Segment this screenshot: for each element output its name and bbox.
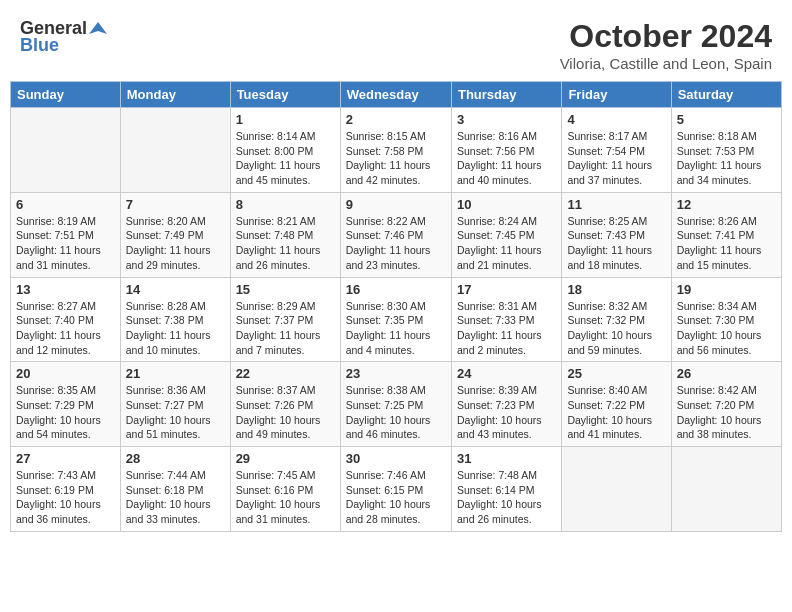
logo-bird-icon xyxy=(89,20,107,38)
day-number: 8 xyxy=(236,197,335,212)
day-info: Sunrise: 8:21 AM Sunset: 7:48 PM Dayligh… xyxy=(236,214,335,273)
day-info: Sunrise: 8:29 AM Sunset: 7:37 PM Dayligh… xyxy=(236,299,335,358)
calendar-cell: 28Sunrise: 7:44 AM Sunset: 6:18 PM Dayli… xyxy=(120,447,230,532)
day-number: 21 xyxy=(126,366,225,381)
day-info: Sunrise: 8:34 AM Sunset: 7:30 PM Dayligh… xyxy=(677,299,776,358)
day-info: Sunrise: 8:31 AM Sunset: 7:33 PM Dayligh… xyxy=(457,299,556,358)
calendar-cell: 8Sunrise: 8:21 AM Sunset: 7:48 PM Daylig… xyxy=(230,192,340,277)
calendar-cell: 20Sunrise: 8:35 AM Sunset: 7:29 PM Dayli… xyxy=(11,362,121,447)
day-number: 30 xyxy=(346,451,446,466)
day-number: 17 xyxy=(457,282,556,297)
day-number: 3 xyxy=(457,112,556,127)
calendar-cell: 13Sunrise: 8:27 AM Sunset: 7:40 PM Dayli… xyxy=(11,277,121,362)
calendar-cell: 27Sunrise: 7:43 AM Sunset: 6:19 PM Dayli… xyxy=(11,447,121,532)
calendar-cell: 15Sunrise: 8:29 AM Sunset: 7:37 PM Dayli… xyxy=(230,277,340,362)
calendar-cell: 17Sunrise: 8:31 AM Sunset: 7:33 PM Dayli… xyxy=(451,277,561,362)
day-number: 13 xyxy=(16,282,115,297)
calendar-cell: 6Sunrise: 8:19 AM Sunset: 7:51 PM Daylig… xyxy=(11,192,121,277)
calendar-cell: 31Sunrise: 7:48 AM Sunset: 6:14 PM Dayli… xyxy=(451,447,561,532)
day-info: Sunrise: 8:32 AM Sunset: 7:32 PM Dayligh… xyxy=(567,299,665,358)
day-number: 19 xyxy=(677,282,776,297)
calendar-cell: 23Sunrise: 8:38 AM Sunset: 7:25 PM Dayli… xyxy=(340,362,451,447)
day-info: Sunrise: 8:22 AM Sunset: 7:46 PM Dayligh… xyxy=(346,214,446,273)
calendar-cell: 16Sunrise: 8:30 AM Sunset: 7:35 PM Dayli… xyxy=(340,277,451,362)
day-info: Sunrise: 7:48 AM Sunset: 6:14 PM Dayligh… xyxy=(457,468,556,527)
day-number: 24 xyxy=(457,366,556,381)
days-header-row: SundayMondayTuesdayWednesdayThursdayFrid… xyxy=(11,82,782,108)
calendar-cell: 26Sunrise: 8:42 AM Sunset: 7:20 PM Dayli… xyxy=(671,362,781,447)
location-title: Viloria, Castille and Leon, Spain xyxy=(560,55,772,72)
day-number: 7 xyxy=(126,197,225,212)
day-info: Sunrise: 8:30 AM Sunset: 7:35 PM Dayligh… xyxy=(346,299,446,358)
day-info: Sunrise: 8:28 AM Sunset: 7:38 PM Dayligh… xyxy=(126,299,225,358)
day-info: Sunrise: 8:38 AM Sunset: 7:25 PM Dayligh… xyxy=(346,383,446,442)
calendar-cell xyxy=(671,447,781,532)
logo: General Blue xyxy=(20,18,107,56)
calendar-cell: 21Sunrise: 8:36 AM Sunset: 7:27 PM Dayli… xyxy=(120,362,230,447)
day-info: Sunrise: 8:37 AM Sunset: 7:26 PM Dayligh… xyxy=(236,383,335,442)
day-number: 18 xyxy=(567,282,665,297)
day-info: Sunrise: 8:40 AM Sunset: 7:22 PM Dayligh… xyxy=(567,383,665,442)
calendar-cell: 9Sunrise: 8:22 AM Sunset: 7:46 PM Daylig… xyxy=(340,192,451,277)
week-row-5: 27Sunrise: 7:43 AM Sunset: 6:19 PM Dayli… xyxy=(11,447,782,532)
title-area: October 2024 Viloria, Castille and Leon,… xyxy=(560,18,772,72)
calendar-cell: 30Sunrise: 7:46 AM Sunset: 6:15 PM Dayli… xyxy=(340,447,451,532)
day-info: Sunrise: 7:46 AM Sunset: 6:15 PM Dayligh… xyxy=(346,468,446,527)
day-info: Sunrise: 8:27 AM Sunset: 7:40 PM Dayligh… xyxy=(16,299,115,358)
day-info: Sunrise: 8:36 AM Sunset: 7:27 PM Dayligh… xyxy=(126,383,225,442)
day-info: Sunrise: 8:42 AM Sunset: 7:20 PM Dayligh… xyxy=(677,383,776,442)
day-number: 5 xyxy=(677,112,776,127)
calendar-cell: 10Sunrise: 8:24 AM Sunset: 7:45 PM Dayli… xyxy=(451,192,561,277)
calendar-cell xyxy=(120,108,230,193)
calendar-cell: 24Sunrise: 8:39 AM Sunset: 7:23 PM Dayli… xyxy=(451,362,561,447)
day-info: Sunrise: 8:18 AM Sunset: 7:53 PM Dayligh… xyxy=(677,129,776,188)
month-title: October 2024 xyxy=(560,18,772,55)
header-day-wednesday: Wednesday xyxy=(340,82,451,108)
calendar-cell: 19Sunrise: 8:34 AM Sunset: 7:30 PM Dayli… xyxy=(671,277,781,362)
calendar-cell: 7Sunrise: 8:20 AM Sunset: 7:49 PM Daylig… xyxy=(120,192,230,277)
day-number: 22 xyxy=(236,366,335,381)
calendar-cell xyxy=(11,108,121,193)
day-number: 20 xyxy=(16,366,115,381)
week-row-3: 13Sunrise: 8:27 AM Sunset: 7:40 PM Dayli… xyxy=(11,277,782,362)
day-number: 2 xyxy=(346,112,446,127)
header-day-saturday: Saturday xyxy=(671,82,781,108)
calendar-cell: 4Sunrise: 8:17 AM Sunset: 7:54 PM Daylig… xyxy=(562,108,671,193)
week-row-4: 20Sunrise: 8:35 AM Sunset: 7:29 PM Dayli… xyxy=(11,362,782,447)
calendar-cell: 12Sunrise: 8:26 AM Sunset: 7:41 PM Dayli… xyxy=(671,192,781,277)
day-info: Sunrise: 8:17 AM Sunset: 7:54 PM Dayligh… xyxy=(567,129,665,188)
header-day-thursday: Thursday xyxy=(451,82,561,108)
header-day-tuesday: Tuesday xyxy=(230,82,340,108)
calendar-cell: 22Sunrise: 8:37 AM Sunset: 7:26 PM Dayli… xyxy=(230,362,340,447)
day-number: 15 xyxy=(236,282,335,297)
logo-blue: Blue xyxy=(20,35,59,56)
day-info: Sunrise: 8:19 AM Sunset: 7:51 PM Dayligh… xyxy=(16,214,115,273)
calendar-cell: 2Sunrise: 8:15 AM Sunset: 7:58 PM Daylig… xyxy=(340,108,451,193)
day-number: 23 xyxy=(346,366,446,381)
day-info: Sunrise: 8:25 AM Sunset: 7:43 PM Dayligh… xyxy=(567,214,665,273)
calendar-cell: 29Sunrise: 7:45 AM Sunset: 6:16 PM Dayli… xyxy=(230,447,340,532)
day-number: 26 xyxy=(677,366,776,381)
day-number: 6 xyxy=(16,197,115,212)
day-info: Sunrise: 8:14 AM Sunset: 8:00 PM Dayligh… xyxy=(236,129,335,188)
calendar-cell: 11Sunrise: 8:25 AM Sunset: 7:43 PM Dayli… xyxy=(562,192,671,277)
day-number: 9 xyxy=(346,197,446,212)
calendar-cell: 14Sunrise: 8:28 AM Sunset: 7:38 PM Dayli… xyxy=(120,277,230,362)
header-day-monday: Monday xyxy=(120,82,230,108)
calendar-cell: 3Sunrise: 8:16 AM Sunset: 7:56 PM Daylig… xyxy=(451,108,561,193)
day-number: 10 xyxy=(457,197,556,212)
calendar-cell: 25Sunrise: 8:40 AM Sunset: 7:22 PM Dayli… xyxy=(562,362,671,447)
week-row-2: 6Sunrise: 8:19 AM Sunset: 7:51 PM Daylig… xyxy=(11,192,782,277)
day-info: Sunrise: 8:39 AM Sunset: 7:23 PM Dayligh… xyxy=(457,383,556,442)
header-day-sunday: Sunday xyxy=(11,82,121,108)
day-number: 14 xyxy=(126,282,225,297)
day-number: 4 xyxy=(567,112,665,127)
day-number: 25 xyxy=(567,366,665,381)
day-number: 12 xyxy=(677,197,776,212)
day-info: Sunrise: 8:26 AM Sunset: 7:41 PM Dayligh… xyxy=(677,214,776,273)
day-info: Sunrise: 7:45 AM Sunset: 6:16 PM Dayligh… xyxy=(236,468,335,527)
day-number: 29 xyxy=(236,451,335,466)
day-number: 1 xyxy=(236,112,335,127)
day-number: 31 xyxy=(457,451,556,466)
day-number: 16 xyxy=(346,282,446,297)
